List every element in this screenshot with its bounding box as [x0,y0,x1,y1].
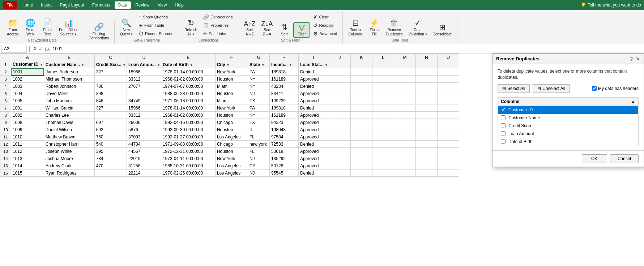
table-cell[interactable]: 1988-06-28 00:00:00 [161,90,215,97]
table-row[interactable]: 121011Christopher Harri540447341971-09-0… [0,141,459,148]
my-data-headers-label[interactable]: My data has headers [592,86,639,91]
table-cell[interactable]: 31258 [127,162,161,170]
from-text-button[interactable]: 📄 FromText [39,18,56,38]
header-loan-status[interactable]: Loan Stat... ▾ [298,61,329,68]
col-header-I[interactable]: I [298,54,329,61]
table-cell[interactable]: 1003 [11,83,44,90]
tell-me-box[interactable]: 💡 Tell me what you want to do [581,3,641,8]
table-cell[interactable]: 540 [94,141,127,148]
table-cell[interactable]: new york [248,141,269,148]
table-cell[interactable]: Approved [298,126,329,133]
help-menu[interactable]: Help [171,1,187,9]
filter-arrow-loan[interactable]: ▾ [158,63,159,67]
table-cell[interactable]: 697 [94,119,127,126]
data-menu[interactable]: Data [115,1,131,9]
from-table-button[interactable]: ⊞ From Table [136,21,176,29]
col-header-G[interactable]: G [248,54,269,61]
table-row[interactable]: 151014Andrew Clark470312581985-10-31 00:… [0,162,459,170]
table-cell[interactable]: John Martinez [44,97,94,104]
table-cell[interactable]: 706 [94,83,127,90]
table-cell[interactable]: 1002 [11,76,44,83]
table-cell[interactable]: PA [248,68,269,76]
table-row[interactable]: 131012Joseph White395445671972-12-31 00:… [0,148,459,155]
text-to-columns-button[interactable]: ⊟ Text toColumns [346,18,365,38]
table-cell[interactable]: Christopher Harri [44,141,94,148]
table-cell[interactable]: 1978-01-14 00:00:00 [161,104,215,112]
col-header-H[interactable]: H [269,54,298,61]
unselect-all-button[interactable]: ⊟ Unselect All [533,84,570,93]
table-row[interactable]: 41003Robert Johnson706276771974-07-07 00… [0,83,459,90]
table-cell[interactable]: 198048 [269,126,298,133]
table-cell[interactable]: Approved [298,133,329,141]
col-header-D[interactable]: D [127,54,161,61]
table-cell[interactable]: Denied [298,83,329,90]
table-cell[interactable]: Daniel Wilson [44,126,94,133]
table-cell[interactable]: 37093 [127,133,161,141]
sort-za-button[interactable]: Z↓A SortZ→A [259,20,275,38]
table-cell[interactable]: 784 [94,155,127,162]
header-credit-score[interactable]: Credit Sco... ▾ [94,61,127,68]
table-cell[interactable]: 189818 [269,104,298,112]
table-cell[interactable]: 43234 [269,83,298,90]
column-item-dob[interactable]: Date of Birth [498,138,638,146]
table-cell[interactable]: 94323 [269,119,298,126]
table-cell[interactable]: 1973-04-11 00:00:00 [161,155,215,162]
dialog-close-button[interactable]: ✕ [636,56,640,61]
edit-links-button[interactable]: ✏ Edit Links [200,30,235,38]
table-row[interactable]: 71001William Garcia327159661978-01-14 00… [0,104,459,112]
table-cell[interactable]: 846 [94,97,127,104]
table-cell[interactable]: 1002 [11,112,44,119]
table-row[interactable]: 161015Ryan Rodriguez222141970-02-26 00:0… [0,170,459,177]
header-dob[interactable]: Date of Birth ▾ [161,61,215,68]
table-row[interactable]: 31002Michael Thompson333121968-01-02 00:… [0,76,459,83]
data-validation-button[interactable]: ✓ DataValidation ▾ [406,18,430,38]
table-cell[interactable]: 1004 [11,90,44,97]
filter-arrow-loanstat[interactable]: ▾ [325,63,327,67]
col-header-K[interactable]: K [350,54,372,61]
table-cell[interactable]: 1992-01-27 00:00:00 [161,133,215,141]
table-row[interactable]: 21001James Anderson327159661978-01-14 00… [0,68,459,76]
table-cell[interactable]: 1974-07-07 00:00:00 [161,83,215,90]
cancel-button[interactable]: Cancel [610,154,639,163]
recent-sources-button[interactable]: ⏱ Recent Sources [136,30,176,38]
col-checkbox-customerid[interactable] [501,107,506,112]
table-cell[interactable]: 1008 [11,119,44,126]
table-cell[interactable]: William Garcia [44,104,94,112]
table-cell[interactable]: Approved [298,162,329,170]
table-cell[interactable]: NJ [248,90,269,97]
table-cell[interactable]: Chicago [215,141,248,148]
table-cell[interactable]: 34749 [127,97,161,104]
table-cell[interactable]: 1985-10-31 00:00:00 [161,162,215,170]
connections-button[interactable]: 🔗 Connections [200,13,235,21]
show-queries-button[interactable]: ≡ Show Queries [136,13,176,21]
col-header-A[interactable]: A [11,54,44,61]
filter-arrow-city[interactable]: ▾ [227,63,229,67]
table-cell[interactable]: 44567 [127,148,161,155]
table-cell[interactable]: 26606 [127,119,161,126]
reapply-button[interactable]: ↺ Reapply [311,21,340,29]
home-menu[interactable]: Home [18,1,37,9]
table-row[interactable]: 81002Charles Lee333121968-01-02 00:00:00… [0,112,459,119]
table-cell[interactable]: Andrew Clark [44,162,94,170]
filter-arrow-credit[interactable]: ▾ [123,63,125,67]
table-cell[interactable]: 1013 [11,155,44,162]
column-item-loanamount[interactable]: Loan Amount [498,130,638,138]
page-layout-menu[interactable]: Page Layout [56,1,88,9]
col-header-F[interactable]: F [215,54,248,61]
table-cell[interactable]: New York [215,68,248,76]
formulas-menu[interactable]: Formulas [89,1,114,9]
table-cell[interactable]: FL [248,133,269,141]
header-customer-id[interactable]: Customer ID ▾ [11,61,44,68]
table-cell[interactable]: 135292 [269,155,298,162]
formula-input[interactable]: 1001 [51,46,643,52]
table-cell[interactable]: 15966 [127,104,161,112]
table-cell[interactable]: Los Angeles [215,162,248,170]
table-row[interactable]: 111010Matthew Brown760370931992-01-27 00… [0,133,459,141]
table-cell[interactable]: 1009 [11,126,44,133]
table-cell[interactable]: Chicago [215,119,248,126]
table-cell[interactable]: New York [215,104,248,112]
table-cell[interactable]: Houston [215,126,248,133]
col-header-L[interactable]: L [372,54,394,61]
filter-arrow-income[interactable]: ▾ [290,63,291,67]
table-row[interactable]: 141013Joshua Moore784220191973-04-11 00:… [0,155,459,162]
